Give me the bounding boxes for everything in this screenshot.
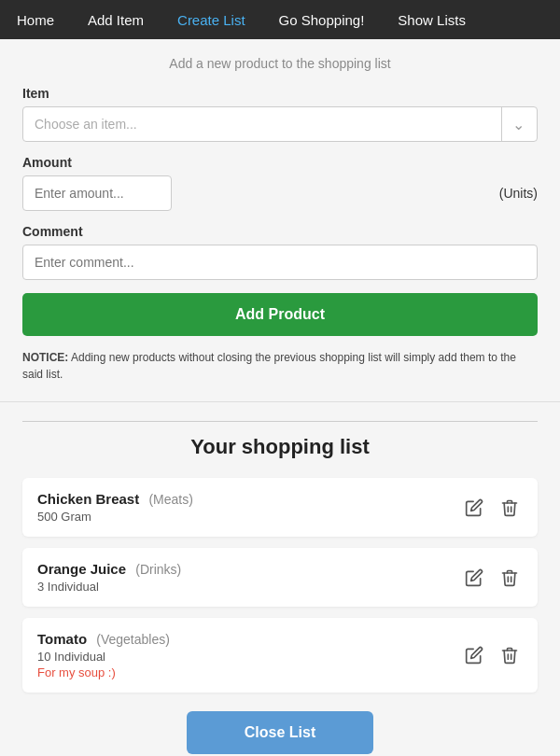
amount-input[interactable] (22, 175, 172, 211)
list-item: Tomato (Vegetables) 10 Individual For my… (22, 618, 538, 693)
list-item-info: Tomato (Vegetables) 10 Individual For my… (37, 631, 461, 679)
nav-add-item[interactable]: Add Item (71, 0, 161, 39)
list-item: Chicken Breast (Meats) 500 Gram (22, 478, 538, 537)
delete-button[interactable] (497, 565, 523, 591)
edit-button[interactable] (461, 642, 487, 668)
edit-button[interactable] (461, 565, 487, 591)
comment-label: Comment (22, 224, 538, 239)
comment-group: Comment (22, 224, 538, 280)
trash-icon (500, 498, 519, 517)
notice-text: NOTICE: Adding new products without clos… (22, 349, 538, 383)
list-item-name: Chicken Breast (Meats) (37, 491, 461, 507)
list-item-actions (461, 495, 523, 521)
units-label: (Units) (499, 186, 538, 201)
form-subtitle: Add a new product to the shopping list (22, 56, 538, 71)
add-product-form: Add a new product to the shopping list I… (0, 39, 560, 402)
navigation: Home Add Item Create List Go Shopping! S… (0, 0, 560, 39)
dropdown-divider (501, 106, 502, 142)
list-item: Orange Juice (Drinks) 3 Individual (22, 548, 538, 607)
amount-label: Amount (22, 155, 538, 170)
nav-show-lists[interactable]: Show Lists (381, 0, 483, 39)
item-dropdown-wrapper: Choose an item... ⌄ (22, 106, 538, 142)
amount-row: (Units) (22, 175, 538, 211)
delete-button[interactable] (497, 642, 523, 668)
list-item-category: (Meats) (148, 492, 192, 507)
nav-go-shopping[interactable]: Go Shopping! (262, 0, 382, 39)
item-label: Item (22, 86, 538, 101)
list-item-info: Orange Juice (Drinks) 3 Individual (37, 561, 461, 594)
notice-label: NOTICE: (22, 351, 68, 364)
notice-body: Adding new products without closing the … (22, 351, 516, 381)
list-item-amount: 3 Individual (37, 580, 461, 594)
list-item-name: Orange Juice (Drinks) (37, 561, 461, 577)
nav-home[interactable]: Home (0, 0, 71, 39)
close-list-button[interactable]: Close List (187, 711, 373, 754)
comment-input[interactable] (22, 245, 538, 280)
list-item-category: (Vegetables) (96, 632, 170, 647)
shopping-list-section: Your shopping list Chicken Breast (Meats… (0, 402, 560, 756)
amount-group: Amount (Units) (22, 155, 538, 211)
shopping-list-title: Your shopping list (22, 435, 538, 459)
add-product-button[interactable]: Add Product (22, 293, 538, 336)
list-item-actions (461, 642, 523, 668)
list-item-actions (461, 565, 523, 591)
item-select[interactable]: Choose an item... (22, 106, 538, 142)
list-item-name: Tomato (Vegetables) (37, 631, 461, 647)
delete-button[interactable] (497, 495, 523, 521)
trash-icon (500, 568, 519, 587)
item-group: Item Choose an item... ⌄ (22, 86, 538, 142)
nav-create-list[interactable]: Create List (161, 0, 262, 39)
edit-icon (465, 568, 483, 587)
edit-button[interactable] (461, 495, 487, 521)
list-item-category: (Drinks) (135, 562, 181, 577)
list-item-comment: For my soup :) (37, 665, 461, 679)
section-divider (22, 421, 538, 422)
list-item-info: Chicken Breast (Meats) 500 Gram (37, 491, 461, 524)
list-item-amount: 500 Gram (37, 510, 461, 524)
list-item-amount: 10 Individual (37, 650, 461, 664)
trash-icon (500, 646, 519, 665)
edit-icon (465, 498, 483, 517)
edit-icon (465, 646, 483, 665)
